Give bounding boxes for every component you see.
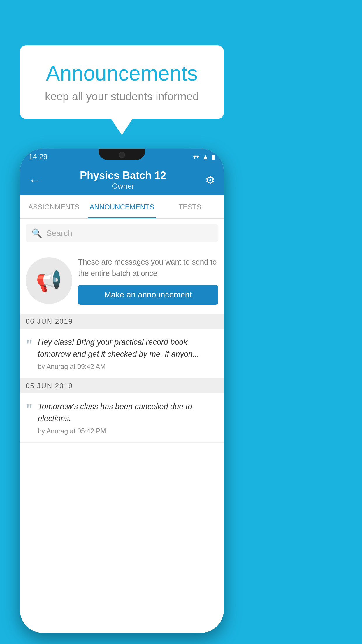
make-announcement-button[interactable]: Make an announcement [78,285,218,305]
settings-icon[interactable]: ⚙ [205,174,215,187]
tab-tests[interactable]: TESTS [156,195,224,218]
tab-announcements[interactable]: ANNOUNCEMENTS [88,195,156,218]
battery-icon: ▮ [212,153,215,161]
app-bar-title-container: Physics Batch 12 Owner [80,169,166,191]
phone-outer: 14:29 ▾▾ ▲ ▮ ← Physics Batch 12 Owner ⚙ … [20,149,224,633]
search-bar[interactable]: 🔍 Search [26,224,218,242]
bubble-subtitle: keep all your students informed [37,90,206,103]
app-bar: ← Physics Batch 12 Owner ⚙ [20,165,224,195]
phone-screen: 14:29 ▾▾ ▲ ▮ ← Physics Batch 12 Owner ⚙ … [20,149,224,633]
content-area: 🔍 Search 📢 These are messages you want t… [20,219,224,633]
phone-camera [119,152,125,158]
bubble-title: Announcements [37,61,206,85]
announcement-content-2: Tomorrow's class has been cancelled due … [38,401,218,435]
tabs-bar: ASSIGNMENTS ANNOUNCEMENTS TESTS [20,195,224,219]
promo-card: 📢 These are messages you want to send to… [20,248,224,314]
quote-icon-2: " [26,402,33,417]
announcement-meta-2: by Anurag at 05:42 PM [38,427,218,435]
app-bar-subtitle: Owner [80,182,166,191]
search-placeholder: Search [46,229,72,238]
status-icons: ▾▾ ▲ ▮ [193,153,215,161]
announcement-item-2[interactable]: " Tomorrow's class has been cancelled du… [20,393,224,443]
promo-content: These are messages you want to send to t… [78,256,218,305]
announcement-text-1: Hey class! Bring your practical record b… [38,336,218,360]
tab-assignments[interactable]: ASSIGNMENTS [20,195,88,218]
announcement-meta-1: by Anurag at 09:42 AM [38,363,218,371]
quote-icon-1: " [26,338,33,352]
signal-icon: ▲ [202,153,209,161]
status-time: 14:29 [29,152,48,161]
announcement-text-2: Tomorrow's class has been cancelled due … [38,401,218,424]
announcement-item-1[interactable]: " Hey class! Bring your practical record… [20,329,224,378]
phone-mockup: 14:29 ▾▾ ▲ ▮ ← Physics Batch 12 Owner ⚙ … [20,149,224,633]
app-bar-title: Physics Batch 12 [80,169,166,182]
promo-description: These are messages you want to send to t… [78,256,218,279]
promo-icon-circle: 📢 [26,257,72,304]
announcement-content-1: Hey class! Bring your practical record b… [38,336,218,371]
phone-notch [99,149,145,160]
search-icon: 🔍 [31,228,42,238]
megaphone-icon: 📢 [36,268,62,293]
date-separator-2: 05 JUN 2019 [20,378,224,393]
speech-bubble: Announcements keep all your students inf… [20,45,224,119]
date-separator-1: 06 JUN 2019 [20,314,224,329]
wifi-icon: ▾▾ [193,153,199,161]
speech-bubble-section: Announcements keep all your students inf… [20,45,224,119]
back-button[interactable]: ← [29,173,41,187]
